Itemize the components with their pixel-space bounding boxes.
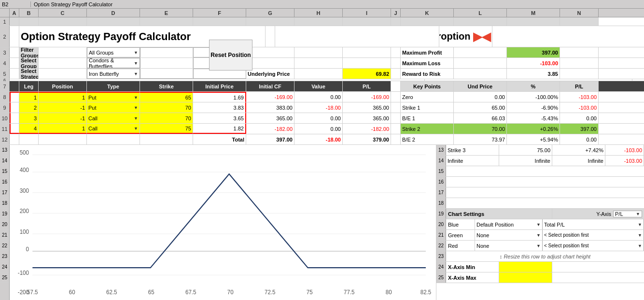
leg1-strike[interactable]: 65: [140, 92, 193, 102]
kp-be1-pl: 0.00: [560, 113, 599, 123]
kp-be2-label: B/E 2: [401, 134, 454, 144]
underlying-value[interactable]: 69.82: [343, 69, 391, 79]
green-position-dropdown[interactable]: None ▼: [475, 230, 543, 240]
blue-position-dropdown[interactable]: Default Position ▼: [475, 219, 543, 229]
kp-s2-price: 70.00: [454, 124, 507, 134]
svg-text:82.5: 82.5: [420, 288, 432, 295]
cell-12A: [10, 134, 19, 144]
row-numbers: 13 14 15 16 17 18 19 20 21 22 23 24 25: [0, 145, 10, 300]
kp-be1-label: B/E 1: [401, 113, 454, 123]
kp-zero-pct: -100.00%: [507, 92, 560, 102]
col-header-I: I: [343, 9, 391, 17]
kp-s1-price: 65.00: [454, 102, 507, 113]
x-axis-max-value[interactable]: [499, 272, 552, 283]
col-header-F: F: [193, 9, 246, 17]
filter-groups-dropdown[interactable]: All Groups ▼: [87, 47, 140, 57]
x-axis-min-value[interactable]: [499, 262, 552, 272]
col-kp-pl: P/L: [560, 81, 599, 91]
select-group-label: Select Group: [19, 58, 39, 68]
leg2-position[interactable]: -1: [39, 102, 87, 113]
leg4-type[interactable]: Call▼: [87, 124, 140, 134]
row-7-headers: 7 Leg Position Type Strike Initial Price…: [0, 81, 644, 92]
col-header-E: E: [140, 9, 193, 17]
right-panel-lower: 13 Strike 3 75.00 +7.42% -103.00 14 Infi…: [436, 145, 644, 300]
total-label: Total: [193, 134, 246, 144]
total-pl: 379.00: [343, 134, 391, 144]
red-position-dropdown[interactable]: None ▼: [475, 241, 543, 251]
leg3-value: 0.00: [294, 113, 343, 123]
cell-2KLM: [275, 26, 439, 47]
underlying-label: Underlying Price: [246, 69, 294, 79]
kp-empty-15: 15: [436, 166, 644, 177]
spreadsheet: B2 Option Strategy Payoff Calculator A B…: [0, 0, 644, 300]
leg2-type[interactable]: Put▼: [87, 102, 140, 113]
cell-6right: [425, 79, 632, 81]
leg1-position[interactable]: 1: [39, 92, 87, 102]
select-strategy-dropdown[interactable]: Iron Butterfly ▼: [87, 69, 140, 79]
max-profit-value: 397.00: [507, 47, 560, 57]
leg2-initial-price[interactable]: 3.83: [193, 102, 246, 113]
max-profit-label: Maximum Profit: [401, 47, 454, 57]
leg3-strike[interactable]: 70: [140, 113, 193, 123]
leg1-type[interactable]: Put▼: [87, 92, 140, 102]
col-header-A: A: [10, 9, 19, 17]
kp-be2-pl: 0.00: [560, 134, 599, 144]
col-header-D: D: [87, 9, 140, 17]
cell-1C: [39, 17, 87, 26]
kp-zero-price: 0.00: [454, 92, 507, 102]
cell-5H: [294, 69, 343, 79]
chart-settings-title: Chart Settings: [446, 209, 552, 219]
cell-12D: [87, 134, 140, 144]
leg2-strike[interactable]: 70: [140, 102, 193, 113]
leg4-initial-price[interactable]: 1.82: [193, 124, 246, 134]
leg3-position[interactable]: -1: [39, 113, 87, 123]
kp-be1-price: 66.03: [454, 113, 507, 123]
cell-4L: [454, 58, 507, 68]
dropdown-arrow-group: ▼: [134, 61, 138, 66]
leg1-initial-price[interactable]: 1.69: [193, 92, 246, 102]
x-axis-min-row: 24 X-Axis Min: [436, 262, 644, 272]
blue-label: Blue: [446, 219, 475, 229]
kp-s3-pct: +7.42%: [552, 145, 605, 155]
cell-9A: [10, 102, 19, 113]
kp-empty-16: 16: [436, 177, 644, 187]
cell-7A: [10, 81, 19, 91]
max-loss-label: Maximum Loss: [401, 58, 454, 68]
kp-inf-pl: -103.00: [605, 156, 644, 166]
reset-position-button[interactable]: Reset Position: [209, 40, 252, 71]
max-loss-value: -103.00: [507, 58, 560, 68]
leg4-strike[interactable]: 75: [140, 124, 193, 134]
col-header-B: B: [19, 9, 39, 17]
select-group-dropdown[interactable]: Condors & Butterflies ▼: [87, 58, 140, 68]
cell-12J: [391, 134, 401, 144]
row-12: 12 Total 397.00 -18.00 379.00 B/E 2 73.9…: [0, 134, 644, 145]
green-value-dropdown[interactable]: < Select position first ▼: [543, 230, 644, 240]
col-header-J: J: [391, 9, 401, 17]
leg2-initial-cf: 383.00: [246, 102, 294, 113]
macroption-logo: macroption ▶◀: [439, 26, 492, 47]
y-axis-header: Y-Axis P/L ▼: [552, 209, 644, 219]
cell-12B: [19, 134, 39, 144]
leg4-position[interactable]: 1: [39, 124, 87, 134]
svg-text:500: 500: [20, 149, 29, 156]
cell-5L: [454, 69, 507, 79]
total-value: -18.00: [294, 134, 343, 144]
svg-text:72.5: 72.5: [265, 288, 276, 295]
green-label: Green: [446, 230, 475, 240]
y-axis-dropdown[interactable]: P/L ▼: [613, 211, 642, 217]
cell-5C: [39, 69, 87, 79]
kp-empty-17: 17: [436, 187, 644, 198]
cell-3G: [246, 47, 294, 57]
cell-4N: [560, 58, 599, 68]
cell-25-empty: [552, 272, 644, 283]
col-leg: Leg: [19, 81, 39, 91]
leg4-value: 0.00: [294, 124, 343, 134]
leg3-initial-price[interactable]: 3.65: [193, 113, 246, 123]
cell-1L: [454, 17, 507, 26]
blue-value-dropdown[interactable]: Total P/L ▼: [543, 219, 644, 229]
leg3-type[interactable]: Call▼: [87, 113, 140, 123]
cell-9J: [391, 102, 401, 113]
resize-hint: ↕ Resize this row to adjust chart height: [446, 251, 644, 261]
red-value-dropdown[interactable]: < Select position first ▼: [543, 241, 644, 251]
kp-s3-label: Strike 3: [446, 145, 499, 155]
